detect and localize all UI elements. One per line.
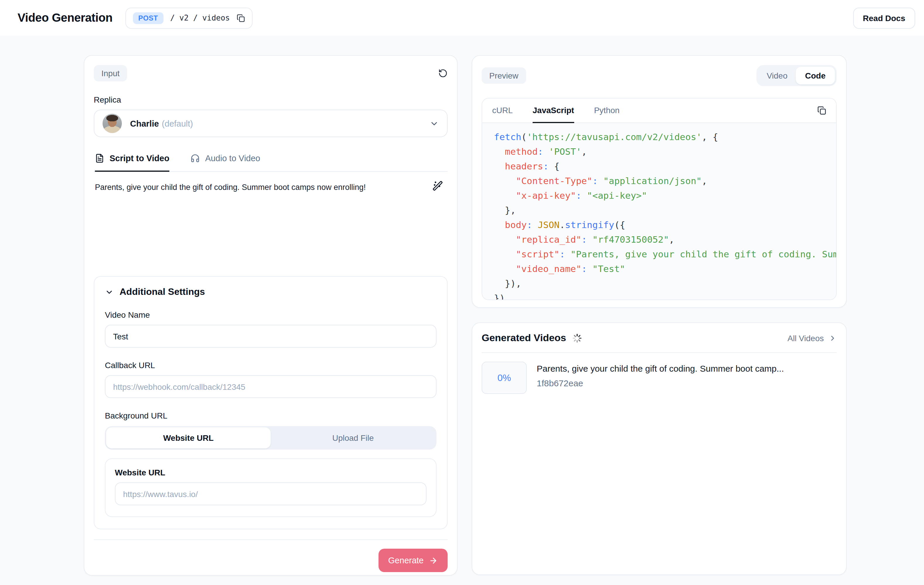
additional-settings-section: Additional Settings Video Name Callback … [94, 276, 448, 529]
generated-videos-panel: Generated Videos All Videos 0% [472, 322, 846, 575]
generate-button[interactable]: Generate [378, 549, 448, 572]
preview-panel: Preview Video Code cURL JavaScript Pytho… [472, 55, 846, 308]
input-badge: Input [94, 65, 127, 81]
tab-script-to-video[interactable]: Script to Video [95, 154, 169, 172]
copy-icon [237, 14, 245, 22]
enhance-script-button[interactable] [432, 180, 443, 191]
chevron-down-icon [105, 288, 114, 296]
copy-code-button[interactable] [817, 106, 826, 115]
chevron-right-icon [828, 334, 837, 342]
input-mode-tabs: Script to Video Audio to Video [94, 154, 448, 172]
generated-videos-divider [482, 352, 837, 353]
script-textarea[interactable]: Parents, give your child the gift of cod… [94, 172, 448, 273]
content-area: Input Replica Charlie(default) [0, 36, 924, 576]
chevron-down-icon [429, 119, 439, 128]
wand-sparkles-icon [432, 180, 443, 191]
tab-javascript[interactable]: JavaScript [533, 98, 574, 123]
tab-audio-label: Audio to Video [205, 154, 260, 163]
toggle-video[interactable]: Video [759, 67, 796, 84]
callback-url-input[interactable] [105, 375, 437, 398]
website-url-input[interactable] [115, 483, 427, 505]
replica-default-suffix: (default) [162, 119, 193, 128]
background-source-segmented: Website URL Upload File [105, 426, 437, 449]
read-docs-button[interactable]: Read Docs [853, 7, 915, 28]
script-text: Parents, give your child the gift of cod… [95, 182, 422, 193]
generate-label: Generate [388, 556, 424, 565]
video-name-input[interactable] [105, 325, 437, 348]
additional-settings-toggle[interactable]: Additional Settings [105, 287, 437, 297]
code-card: cURL JavaScript Python fetch('https://ta… [482, 98, 837, 300]
replica-label: Replica [94, 95, 448, 104]
headphones-icon [190, 154, 200, 163]
app: Video Generation POST / v2 / videos Read… [0, 0, 924, 585]
endpoint-pill: POST / v2 / videos [125, 7, 252, 28]
all-videos-label: All Videos [787, 334, 824, 343]
generated-videos-title: Generated Videos [482, 332, 566, 344]
preview-badge: Preview [482, 68, 526, 84]
video-id: 1f8b672eae [537, 378, 784, 388]
video-progress: 0% [497, 372, 511, 383]
endpoint-path: / v2 / videos [170, 13, 230, 22]
video-meta: Parents, give your child the gift of cod… [537, 362, 784, 394]
all-videos-link[interactable]: All Videos [787, 334, 837, 343]
arrow-right-icon [429, 556, 438, 565]
top-bar: Video Generation POST / v2 / videos Read… [0, 0, 924, 36]
replica-avatar [102, 114, 122, 133]
footer-divider [94, 539, 448, 540]
copy-endpoint-button[interactable] [237, 14, 245, 22]
tab-curl[interactable]: cURL [492, 98, 513, 123]
generated-video-item[interactable]: 0% Parents, give your child the gift of … [482, 362, 837, 394]
additional-settings-title: Additional Settings [119, 287, 205, 297]
background-url-label: Background URL [105, 411, 437, 420]
copy-icon [817, 106, 826, 115]
toggle-code[interactable]: Code [796, 67, 835, 84]
callback-url-label: Callback URL [105, 360, 437, 370]
tab-audio-to-video[interactable]: Audio to Video [190, 154, 260, 172]
code-language-tabs: cURL JavaScript Python [482, 99, 836, 123]
file-text-icon [95, 154, 104, 163]
replica-select[interactable]: Charlie(default) [94, 110, 448, 137]
code-block: fetch('https://tavusapi.com/v2/videos', … [482, 123, 836, 299]
right-column: Preview Video Code cURL JavaScript Pytho… [472, 55, 846, 576]
input-panel: Input Replica Charlie(default) [84, 55, 458, 576]
http-method-badge: POST [133, 12, 163, 24]
reset-button[interactable] [438, 69, 448, 78]
website-url-label: Website URL [115, 468, 427, 477]
tab-script-label: Script to Video [110, 154, 169, 163]
video-code-toggle: Video Code [757, 65, 837, 86]
reset-icon [438, 69, 448, 78]
video-title: Parents, give your child the gift of cod… [537, 364, 784, 373]
page-title: Video Generation [18, 11, 112, 25]
website-url-card: Website URL [105, 458, 437, 517]
tab-python[interactable]: Python [594, 98, 620, 123]
segment-upload-file[interactable]: Upload File [271, 427, 436, 448]
video-name-label: Video Name [105, 310, 437, 319]
loading-spinner-icon [573, 334, 582, 343]
replica-name: Charlie(default) [130, 119, 193, 128]
segment-website-url[interactable]: Website URL [106, 427, 271, 448]
video-thumbnail: 0% [482, 362, 527, 394]
